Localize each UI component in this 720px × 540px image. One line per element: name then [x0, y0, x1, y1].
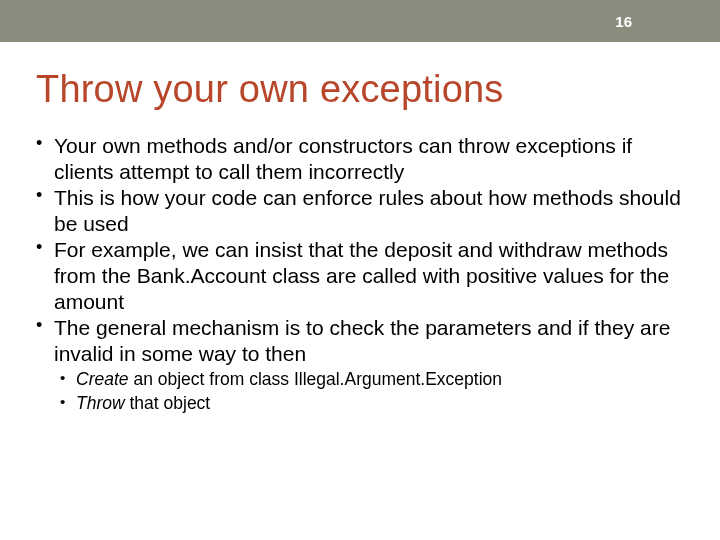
sub-bullet-em: Create	[76, 369, 129, 389]
page-number: 16	[615, 13, 632, 30]
bullet-list: Your own methods and/or constructors can…	[36, 133, 690, 366]
sub-bullet-list: Create an object from class Illegal.Argu…	[60, 368, 690, 414]
bullet-item: For example, we can insist that the depo…	[36, 237, 690, 314]
sub-bullet-rest: an object from class Illegal.Argument.Ex…	[129, 369, 503, 389]
header-bar: 16	[0, 0, 720, 42]
sub-bullet-rest: that object	[125, 393, 211, 413]
bullet-item: Your own methods and/or constructors can…	[36, 133, 690, 184]
slide-content: Your own methods and/or constructors can…	[36, 133, 690, 414]
sub-bullet-em: Throw	[76, 393, 125, 413]
slide-title: Throw your own exceptions	[36, 68, 720, 111]
slide: 16 Throw your own exceptions Your own me…	[0, 0, 720, 540]
bullet-item: The general mechanism is to check the pa…	[36, 315, 690, 366]
sub-bullet-item: Throw that object	[60, 392, 690, 414]
bullet-item: This is how your code can enforce rules …	[36, 185, 690, 236]
sub-bullet-item: Create an object from class Illegal.Argu…	[60, 368, 690, 390]
